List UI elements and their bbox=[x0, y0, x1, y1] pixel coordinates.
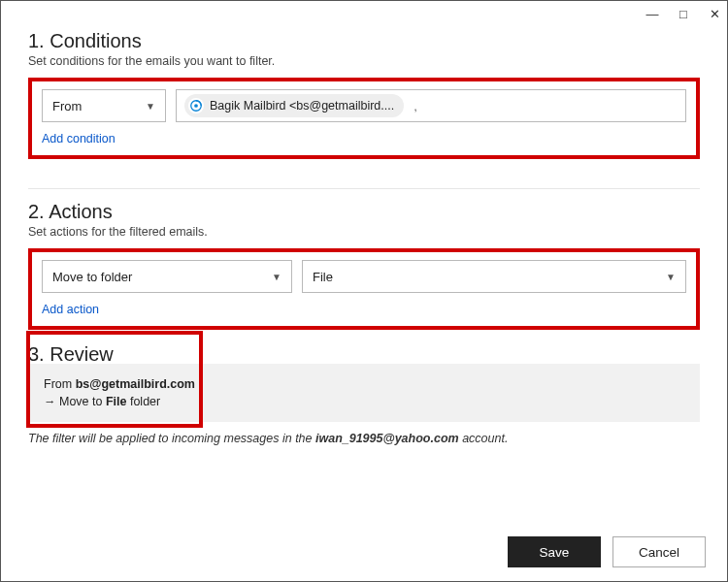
review-from-email: bs@getmailbird.com bbox=[76, 377, 195, 391]
review-folder-name: File bbox=[106, 395, 127, 408]
cancel-button[interactable]: Cancel bbox=[612, 536, 706, 567]
condition-field-select[interactable]: From ▼ bbox=[42, 89, 166, 122]
chevron-down-icon: ▼ bbox=[272, 272, 281, 282]
mailbird-icon bbox=[188, 98, 204, 113]
add-action-link[interactable]: Add action bbox=[42, 303, 99, 316]
actions-subtitle: Set actions for the filtered emails. bbox=[28, 225, 700, 239]
minimize-icon[interactable]: — bbox=[645, 8, 659, 20]
chip-separator: , bbox=[410, 99, 417, 113]
action-folder-label: File bbox=[313, 270, 333, 284]
condition-value-input[interactable]: Bagik Mailbird <bs@getmailbird.... , bbox=[176, 89, 686, 122]
review-line2-prefix: → Move to bbox=[44, 395, 106, 408]
window-titlebar: — □ ✕ bbox=[1, 1, 727, 26]
svg-point-1 bbox=[194, 104, 198, 108]
action-folder-select[interactable]: File ▼ bbox=[302, 260, 686, 293]
close-icon[interactable]: ✕ bbox=[708, 8, 721, 20]
chevron-down-icon: ▼ bbox=[666, 272, 676, 282]
chevron-down-icon: ▼ bbox=[146, 101, 155, 112]
filter-account-note: The filter will be applied to incoming m… bbox=[28, 432, 700, 445]
maximize-icon[interactable]: □ bbox=[677, 8, 690, 20]
conditions-title: 1. Conditions bbox=[28, 30, 700, 52]
review-line1-prefix: From bbox=[44, 377, 76, 391]
action-type-label: Move to folder bbox=[52, 270, 132, 284]
review-summary: From bs@getmailbird.com → Move to File f… bbox=[28, 364, 700, 422]
save-button[interactable]: Save bbox=[508, 536, 601, 567]
review-title: 3. Review bbox=[28, 343, 700, 366]
conditions-highlight-box: From ▼ Bagik Mailbird <bs@getmailbird...… bbox=[28, 78, 700, 159]
action-type-select[interactable]: Move to folder ▼ bbox=[42, 260, 292, 293]
dialog-footer: Save Cancel bbox=[508, 536, 706, 567]
divider bbox=[28, 188, 700, 189]
condition-field-label: From bbox=[52, 99, 82, 113]
account-email: iwan_91995@yahoo.com bbox=[315, 432, 459, 445]
contact-chip[interactable]: Bagik Mailbird <bs@getmailbird.... bbox=[184, 94, 404, 117]
review-line2-suffix: folder bbox=[126, 395, 160, 408]
actions-title: 2. Actions bbox=[28, 201, 700, 223]
conditions-subtitle: Set conditions for the emails you want t… bbox=[28, 54, 700, 68]
actions-highlight-box: Move to folder ▼ File ▼ Add action bbox=[28, 248, 700, 330]
contact-chip-label: Bagik Mailbird <bs@getmailbird.... bbox=[210, 99, 394, 113]
add-condition-link[interactable]: Add condition bbox=[42, 132, 116, 146]
